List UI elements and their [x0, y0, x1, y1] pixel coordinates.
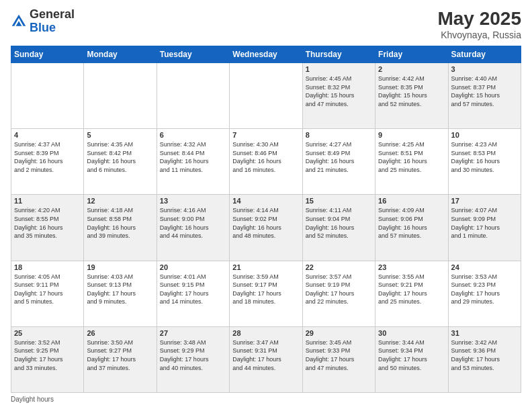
day-info: Sunrise: 3:55 AM Sunset: 9:21 PM Dayligh…	[378, 273, 445, 306]
day-number: 11	[14, 197, 81, 205]
day-number: 31	[451, 329, 518, 337]
calendar-week-row: 11Sunrise: 4:20 AM Sunset: 8:55 PM Dayli…	[11, 195, 521, 261]
title-month: May 2025	[437, 8, 521, 30]
title-location: Khvoynaya, Russia	[437, 30, 521, 40]
calendar-week-row: 4Sunrise: 4:37 AM Sunset: 8:39 PM Daylig…	[11, 129, 521, 195]
table-row: 2Sunrise: 4:42 AM Sunset: 8:35 PM Daylig…	[375, 63, 448, 129]
table-row: 14Sunrise: 4:14 AM Sunset: 9:02 PM Dayli…	[230, 195, 302, 261]
day-info: Sunrise: 4:18 AM Sunset: 8:58 PM Dayligh…	[87, 206, 153, 240]
day-info: Sunrise: 4:25 AM Sunset: 8:51 PM Dayligh…	[378, 140, 445, 174]
day-info: Sunrise: 3:45 AM Sunset: 9:33 PM Dayligh…	[306, 338, 372, 372]
day-number: 10	[451, 131, 518, 139]
day-number: 1	[306, 65, 372, 73]
calendar-week-row: 18Sunrise: 4:05 AM Sunset: 9:11 PM Dayli…	[11, 261, 521, 326]
day-number: 23	[378, 263, 445, 271]
table-row: 22Sunrise: 3:57 AM Sunset: 9:19 PM Dayli…	[302, 261, 375, 326]
table-row: 26Sunrise: 3:50 AM Sunset: 9:27 PM Dayli…	[84, 326, 157, 392]
table-row: 20Sunrise: 4:01 AM Sunset: 9:15 PM Dayli…	[157, 261, 229, 326]
day-info: Sunrise: 4:07 AM Sunset: 9:09 PM Dayligh…	[451, 206, 518, 240]
logo-text: General Blue	[30, 8, 75, 35]
day-info: Sunrise: 4:01 AM Sunset: 9:15 PM Dayligh…	[160, 273, 226, 306]
day-number: 29	[306, 329, 372, 337]
table-row: 19Sunrise: 4:03 AM Sunset: 9:13 PM Dayli…	[84, 261, 157, 326]
day-info: Sunrise: 3:48 AM Sunset: 9:29 PM Dayligh…	[160, 338, 226, 372]
header: General Blue May 2025 Khvoynaya, Russia	[11, 8, 521, 40]
table-row: 25Sunrise: 3:52 AM Sunset: 9:25 PM Dayli…	[11, 326, 84, 392]
table-row: 21Sunrise: 3:59 AM Sunset: 9:17 PM Dayli…	[230, 261, 302, 326]
day-number: 27	[160, 329, 226, 337]
day-info: Sunrise: 4:45 AM Sunset: 8:32 PM Dayligh…	[306, 75, 372, 108]
col-thursday: Thursday	[302, 46, 375, 63]
day-number: 25	[14, 329, 81, 337]
table-row: 30Sunrise: 3:44 AM Sunset: 9:34 PM Dayli…	[375, 326, 448, 392]
day-number: 17	[451, 197, 518, 205]
table-row: 18Sunrise: 4:05 AM Sunset: 9:11 PM Dayli…	[11, 261, 84, 326]
day-info: Sunrise: 4:35 AM Sunset: 8:42 PM Dayligh…	[87, 140, 153, 174]
day-info: Sunrise: 4:23 AM Sunset: 8:53 PM Dayligh…	[451, 140, 518, 174]
day-info: Sunrise: 4:42 AM Sunset: 8:35 PM Dayligh…	[378, 75, 445, 108]
day-info: Sunrise: 4:27 AM Sunset: 8:49 PM Dayligh…	[306, 140, 372, 174]
col-sunday: Sunday	[11, 46, 84, 63]
logo-general-text: General	[30, 7, 75, 21]
day-number: 20	[160, 263, 226, 271]
day-number: 24	[451, 263, 518, 271]
day-number: 2	[378, 65, 445, 73]
calendar-week-row: 1Sunrise: 4:45 AM Sunset: 8:32 PM Daylig…	[11, 63, 521, 129]
day-info: Sunrise: 4:20 AM Sunset: 8:55 PM Dayligh…	[14, 206, 81, 240]
table-row: 13Sunrise: 4:16 AM Sunset: 9:00 PM Dayli…	[157, 195, 229, 261]
logo-blue-text: Blue	[30, 21, 56, 34]
day-number: 9	[378, 131, 445, 139]
day-info: Sunrise: 4:40 AM Sunset: 8:37 PM Dayligh…	[451, 75, 518, 108]
day-info: Sunrise: 3:47 AM Sunset: 9:31 PM Dayligh…	[232, 338, 299, 372]
title-block: May 2025 Khvoynaya, Russia	[437, 8, 521, 40]
day-info: Sunrise: 4:30 AM Sunset: 8:46 PM Dayligh…	[232, 140, 299, 174]
day-info: Sunrise: 4:09 AM Sunset: 9:06 PM Dayligh…	[378, 206, 445, 240]
logo: General Blue	[11, 8, 75, 35]
day-number: 3	[451, 65, 518, 73]
col-saturday: Saturday	[448, 46, 521, 63]
day-info: Sunrise: 4:32 AM Sunset: 8:44 PM Dayligh…	[160, 140, 226, 174]
table-row: 24Sunrise: 3:53 AM Sunset: 9:23 PM Dayli…	[448, 261, 521, 326]
day-number: 4	[14, 131, 81, 139]
day-info: Sunrise: 4:14 AM Sunset: 9:02 PM Dayligh…	[232, 206, 299, 240]
day-number: 5	[87, 131, 153, 139]
table-row: 10Sunrise: 4:23 AM Sunset: 8:53 PM Dayli…	[448, 129, 521, 195]
table-row: 6Sunrise: 4:32 AM Sunset: 8:44 PM Daylig…	[157, 129, 229, 195]
table-row	[230, 63, 302, 129]
table-row: 28Sunrise: 3:47 AM Sunset: 9:31 PM Dayli…	[230, 326, 302, 392]
table-row: 17Sunrise: 4:07 AM Sunset: 9:09 PM Dayli…	[448, 195, 521, 261]
day-info: Sunrise: 4:03 AM Sunset: 9:13 PM Dayligh…	[87, 273, 153, 306]
table-row: 1Sunrise: 4:45 AM Sunset: 8:32 PM Daylig…	[302, 63, 375, 129]
day-number: 19	[87, 263, 153, 271]
day-number: 16	[378, 197, 445, 205]
table-row	[84, 63, 157, 129]
day-number: 7	[232, 131, 299, 139]
footer-note: Daylight hours	[11, 396, 521, 403]
day-info: Sunrise: 3:42 AM Sunset: 9:36 PM Dayligh…	[451, 338, 518, 372]
day-number: 13	[160, 197, 226, 205]
day-number: 26	[87, 329, 153, 337]
table-row: 4Sunrise: 4:37 AM Sunset: 8:39 PM Daylig…	[11, 129, 84, 195]
logo-icon	[11, 13, 27, 30]
day-info: Sunrise: 4:16 AM Sunset: 9:00 PM Dayligh…	[160, 206, 226, 240]
footer-note-text: Daylight hours	[11, 396, 54, 403]
day-number: 21	[232, 263, 299, 271]
table-row	[157, 63, 229, 129]
col-wednesday: Wednesday	[230, 46, 302, 63]
day-info: Sunrise: 3:53 AM Sunset: 9:23 PM Dayligh…	[451, 273, 518, 306]
day-number: 6	[160, 131, 226, 139]
day-info: Sunrise: 3:59 AM Sunset: 9:17 PM Dayligh…	[232, 273, 299, 306]
day-info: Sunrise: 3:52 AM Sunset: 9:25 PM Dayligh…	[14, 338, 81, 372]
calendar-table: Sunday Monday Tuesday Wednesday Thursday…	[11, 46, 521, 393]
table-row: 5Sunrise: 4:35 AM Sunset: 8:42 PM Daylig…	[84, 129, 157, 195]
col-friday: Friday	[375, 46, 448, 63]
page: General Blue May 2025 Khvoynaya, Russia …	[0, 0, 532, 411]
table-row: 16Sunrise: 4:09 AM Sunset: 9:06 PM Dayli…	[375, 195, 448, 261]
day-info: Sunrise: 4:11 AM Sunset: 9:04 PM Dayligh…	[306, 206, 372, 240]
day-info: Sunrise: 3:50 AM Sunset: 9:27 PM Dayligh…	[87, 338, 153, 372]
day-number: 30	[378, 329, 445, 337]
table-row: 11Sunrise: 4:20 AM Sunset: 8:55 PM Dayli…	[11, 195, 84, 261]
table-row: 8Sunrise: 4:27 AM Sunset: 8:49 PM Daylig…	[302, 129, 375, 195]
calendar-week-row: 25Sunrise: 3:52 AM Sunset: 9:25 PM Dayli…	[11, 326, 521, 392]
table-row: 29Sunrise: 3:45 AM Sunset: 9:33 PM Dayli…	[302, 326, 375, 392]
